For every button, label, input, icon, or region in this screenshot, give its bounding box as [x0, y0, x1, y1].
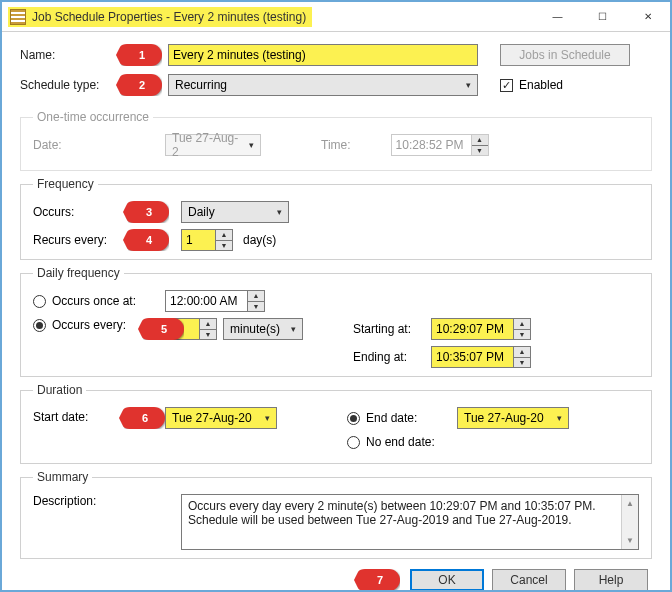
spin-down-icon[interactable]: ▼: [514, 330, 530, 340]
name-input[interactable]: [168, 44, 478, 66]
spin-down-icon[interactable]: ▼: [200, 330, 216, 340]
window-controls: — ☐ ✕: [535, 3, 670, 31]
chevron-down-icon: ▾: [258, 408, 276, 428]
description-label: Description:: [33, 494, 181, 508]
callout-2: 2: [116, 74, 162, 96]
one-time-time-spinner: ▲▼: [391, 134, 489, 156]
duration-group: Duration Start date: 6 Tue 27-Aug-20 ▾ E…: [20, 383, 652, 464]
description-text: Occurs every day every 2 minute(s) betwe…: [181, 494, 639, 550]
recurs-every-spinner[interactable]: ▲▼: [181, 229, 233, 251]
end-date-picker[interactable]: Tue 27-Aug-20 ▾: [457, 407, 569, 429]
spin-up-icon[interactable]: ▲: [200, 319, 216, 330]
callout-6: 6: [119, 407, 165, 429]
one-time-legend: One-time occurrence: [33, 110, 153, 124]
help-button[interactable]: Help: [574, 569, 648, 591]
occurs-every-radio[interactable]: Occurs every:: [33, 318, 149, 332]
ending-at-spinner[interactable]: ▲▼: [431, 346, 531, 368]
callout-3: 3: [123, 201, 169, 223]
end-date-radio[interactable]: End date:: [347, 411, 457, 425]
days-suffix: day(s): [243, 233, 276, 247]
chevron-down-icon: ▾: [459, 75, 477, 95]
chevron-down-icon: ▾: [284, 319, 302, 339]
maximize-button[interactable]: ☐: [580, 3, 625, 31]
occurs-once-time[interactable]: ▲▼: [165, 290, 265, 312]
daily-frequency-legend: Daily frequency: [33, 266, 124, 280]
callout-1: 1: [116, 44, 162, 66]
dialog-footer: 7 OK Cancel Help: [20, 561, 652, 592]
one-time-group: One-time occurrence Date: Tue 27-Aug-2 ▾…: [20, 110, 652, 171]
scrollbar[interactable]: ▲ ▼: [621, 495, 638, 549]
frequency-group: Frequency Occurs: 3 Daily ▾ Recurs every…: [20, 177, 652, 260]
spin-up-icon[interactable]: ▲: [514, 319, 530, 330]
scroll-up-icon[interactable]: ▲: [622, 495, 638, 512]
cancel-button[interactable]: Cancel: [492, 569, 566, 591]
app-icon: [10, 9, 26, 25]
chevron-down-icon: ▾: [270, 202, 288, 222]
schedule-type-value: Recurring: [175, 78, 227, 92]
no-end-date-radio[interactable]: No end date:: [347, 435, 435, 449]
start-date-picker[interactable]: Tue 27-Aug-20 ▾: [165, 407, 277, 429]
spin-down-icon[interactable]: ▼: [514, 358, 530, 368]
spin-down-icon[interactable]: ▼: [216, 241, 232, 251]
enabled-checkbox[interactable]: Enabled: [500, 78, 563, 92]
ending-at-label: Ending at:: [353, 350, 431, 364]
chevron-down-icon: ▾: [243, 135, 260, 155]
one-time-time-label: Time:: [321, 138, 351, 152]
occurs-once-radio[interactable]: Occurs once at:: [33, 294, 165, 308]
radio-icon: [33, 319, 46, 332]
title-highlight: Job Schedule Properties - Every 2 minute…: [8, 7, 312, 27]
radio-icon: [347, 412, 360, 425]
spin-up-icon[interactable]: ▲: [248, 291, 264, 302]
occurs-select[interactable]: Daily ▾: [181, 201, 289, 223]
one-time-date-picker: Tue 27-Aug-2 ▾: [165, 134, 261, 156]
jobs-in-schedule-button[interactable]: Jobs in Schedule: [500, 44, 630, 66]
spin-up-icon: ▲: [472, 135, 488, 146]
summary-group: Summary Description: Occurs every day ev…: [20, 470, 652, 559]
spin-down-icon: ▼: [472, 146, 488, 156]
callout-4: 4: [123, 229, 169, 251]
summary-legend: Summary: [33, 470, 92, 484]
duration-legend: Duration: [33, 383, 86, 397]
enabled-label: Enabled: [519, 78, 563, 92]
window-title: Job Schedule Properties - Every 2 minute…: [32, 10, 306, 24]
radio-icon: [347, 436, 360, 449]
starting-at-label: Starting at:: [353, 322, 431, 336]
radio-icon: [33, 295, 46, 308]
dialog-content: Name: 1 Jobs in Schedule Schedule type: …: [2, 32, 670, 592]
minimize-button[interactable]: —: [535, 3, 580, 31]
daily-frequency-group: Daily frequency Occurs once at: ▲▼ Occur…: [20, 266, 652, 377]
checkbox-icon: [500, 79, 513, 92]
spin-down-icon[interactable]: ▼: [248, 302, 264, 312]
one-time-date-label: Date:: [33, 138, 165, 152]
ok-button[interactable]: OK: [410, 569, 484, 591]
frequency-legend: Frequency: [33, 177, 98, 191]
titlebar: Job Schedule Properties - Every 2 minute…: [2, 2, 670, 32]
occurs-every-unit-select[interactable]: minute(s) ▾: [223, 318, 303, 340]
starting-at-spinner[interactable]: ▲▼: [431, 318, 531, 340]
spin-up-icon[interactable]: ▲: [216, 230, 232, 241]
chevron-down-icon: ▾: [550, 408, 568, 428]
callout-5: 5: [138, 318, 184, 340]
schedule-type-select[interactable]: Recurring ▾: [168, 74, 478, 96]
callout-7: 7: [354, 569, 400, 591]
spin-up-icon[interactable]: ▲: [514, 347, 530, 358]
scroll-down-icon[interactable]: ▼: [622, 532, 638, 549]
close-button[interactable]: ✕: [625, 3, 670, 31]
